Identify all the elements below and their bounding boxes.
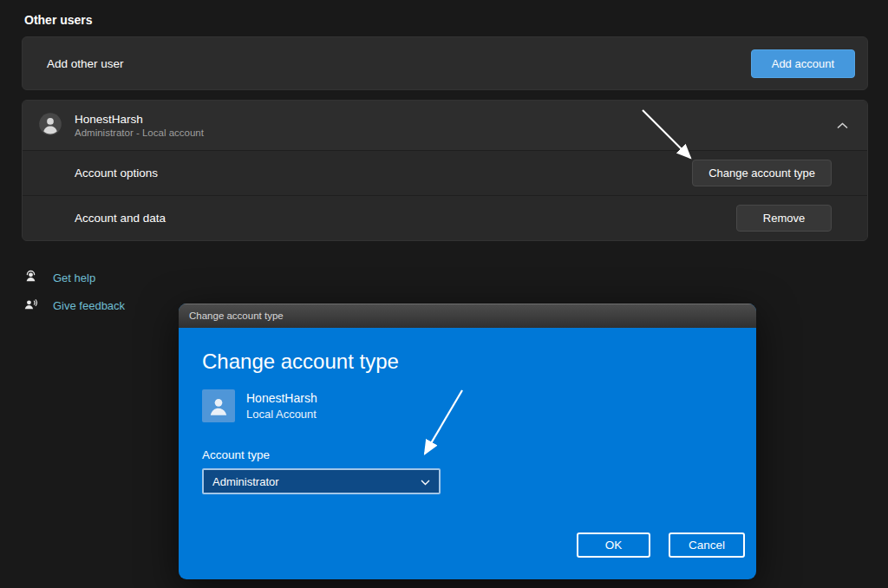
dialog-body: Change account type HonestHarsh Local Ac… (179, 328, 756, 579)
user-subtitle: Administrator - Local account (75, 127, 204, 138)
give-feedback-row: Give feedback (24, 297, 125, 314)
cancel-button[interactable]: Cancel (669, 532, 745, 558)
account-type-label: Account type (202, 448, 756, 461)
get-help-icon (24, 270, 37, 286)
user-avatar-icon (38, 112, 62, 140)
dialog-user-avatar-icon (202, 389, 235, 422)
dialog-user-name: HonestHarsh (246, 391, 317, 405)
account-and-data-label: Account and data (75, 212, 166, 225)
change-account-type-dialog: Change account type Change account type … (179, 304, 756, 579)
give-feedback-link[interactable]: Give feedback (53, 299, 125, 312)
user-identity: HonestHarsh Administrator - Local accoun… (75, 113, 204, 138)
change-account-type-button[interactable]: Change account type (692, 160, 832, 186)
account-type-selected-value: Administrator (212, 475, 279, 488)
ok-button[interactable]: OK (577, 532, 650, 558)
give-feedback-icon (24, 297, 37, 314)
user-expander-card: HonestHarsh Administrator - Local accoun… (22, 100, 868, 241)
chevron-up-icon[interactable] (833, 119, 852, 133)
account-and-data-row: Account and data Remove (23, 195, 867, 240)
user-row[interactable]: HonestHarsh Administrator - Local accoun… (23, 101, 867, 150)
section-heading: Other users (24, 13, 93, 27)
dialog-titlebar-text: Change account type (189, 310, 284, 321)
footer-links: Get help Give feedback (24, 270, 125, 314)
get-help-link[interactable]: Get help (53, 271, 95, 284)
user-name: HonestHarsh (75, 113, 204, 126)
account-options-label: Account options (75, 167, 158, 180)
dialog-buttons: OK Cancel (577, 532, 745, 558)
dialog-user: HonestHarsh Local Account (202, 389, 756, 422)
remove-button[interactable]: Remove (736, 205, 832, 232)
chevron-down-icon (421, 475, 430, 488)
dialog-heading: Change account type (202, 350, 756, 374)
add-user-card: Add other user Add account (22, 36, 868, 90)
add-user-label: Add other user (47, 57, 124, 70)
account-options-row: Account options Change account type (23, 150, 867, 195)
account-type-dropdown[interactable]: Administrator (202, 468, 441, 494)
dialog-user-type: Local Account (246, 408, 317, 421)
add-account-button[interactable]: Add account (751, 49, 855, 78)
dialog-titlebar[interactable]: Change account type (179, 304, 756, 328)
dialog-user-text: HonestHarsh Local Account (246, 391, 317, 421)
get-help-row: Get help (24, 270, 125, 286)
